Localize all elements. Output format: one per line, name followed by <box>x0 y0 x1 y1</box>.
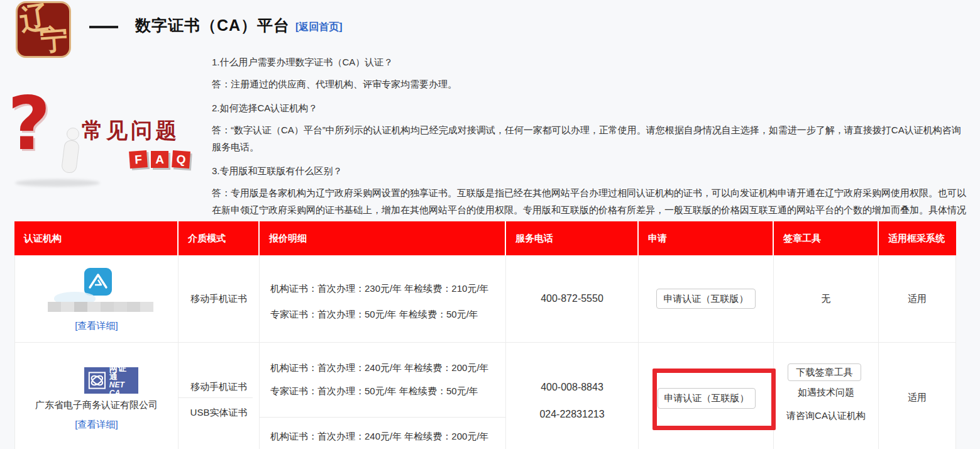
col-header-media: 介质模式 <box>179 221 260 255</box>
table-header-row: 认证机构 介质模式 报价明细 服务电话 申请 签章工具 适用框采系统 <box>14 221 956 255</box>
quote-line: 专家证书：首次办理：50元/年 年检续费：50元/年 <box>270 309 478 321</box>
tool-note: 如遇技术问题 <box>774 387 878 399</box>
col-header-quote: 报价明细 <box>260 221 506 255</box>
ca-table: 认证机构 介质模式 报价明细 服务电话 申请 签章工具 适用框采系统 [查看详细… <box>14 221 956 449</box>
faq-question-1: 1.什么用户需要办理数字证书（CA）认证？ <box>212 57 969 69</box>
quote-line: 机构证书：首次办理：240元/年 年检续费：200元/年 <box>270 431 489 443</box>
col-header-org: 认证机构 <box>14 221 179 255</box>
subrow-divider <box>260 417 505 418</box>
media-type: USB实体证书 <box>179 407 259 419</box>
view-detail-link[interactable]: [查看详细] <box>15 419 178 431</box>
org-cell-row2: 网证通 NET CA 广东省电子商务认证有限公司 [查看详细] <box>14 343 179 449</box>
phone-cell-row1: 400-872-5550 <box>506 255 639 343</box>
service-phone: 400-872-5550 <box>541 293 603 304</box>
apply-cert-button[interactable]: 申请认证（互联版） <box>658 388 756 409</box>
faq-question-2: 2.如何选择CA认证机构？ <box>212 103 969 114</box>
tool-note: 请咨询CA认证机构 <box>774 410 878 422</box>
faq-cube-letter: Q <box>172 150 190 169</box>
redacted-org-name <box>48 302 153 312</box>
back-home-link[interactable]: [返回首页] <box>295 21 343 34</box>
apply-cell-row1: 申请认证（互联版） <box>639 255 774 343</box>
frame-cell-row1: 适用 <box>879 255 956 343</box>
subrow-divider <box>179 397 253 398</box>
quote-cell-row2: 机构证书：首次办理：240元/年 年检续费：200元/年 专家证书：首次办理：5… <box>260 343 506 449</box>
logo-char: 宁 <box>39 21 69 58</box>
faq-cube-letter: A <box>151 151 168 168</box>
question-mark-icon: ? <box>8 86 50 160</box>
faq-cube-letter: F <box>129 150 148 169</box>
quote-cell-row1: 机构证书：首次办理：230元/年 年检续费：210元/年 专家证书：首次办理：5… <box>260 255 506 343</box>
title-dash <box>89 26 118 28</box>
netca-symbol-icon <box>88 370 106 391</box>
sign-tool-none: 无 <box>822 293 831 305</box>
faq-cubes: F A Q <box>129 151 190 168</box>
quote-line: 机构证书：首次办理：240元/年 年检续费：200元/年 <box>270 362 489 374</box>
apply-cert-button[interactable]: 申请认证（互联版） <box>656 289 756 309</box>
media-cell-row2: 移动手机证书 USB实体证书 <box>179 343 260 449</box>
netca-logo-en: NET CA <box>109 381 135 397</box>
media-type: 移动手机证书 <box>179 381 259 393</box>
faq-answer-2: 答：“数字认证（CA）平台”中所列示的认证机构均已经完成对接调试，任何一家都可以… <box>212 121 969 155</box>
view-detail-link[interactable]: [查看详细] <box>15 320 178 332</box>
apply-cell-row2: 申请认证（互联版） <box>639 343 774 449</box>
frame-cell-row2: 适用 <box>879 343 956 449</box>
quote-line: 机构证书：首次办理：230元/年 年检续费：210元/年 <box>270 283 489 295</box>
media-cell-row1: 移动手机证书 <box>179 255 260 343</box>
signtool-cell-row2: 下载签章工具 如遇技术问题 请咨询CA认证机构 <box>774 343 879 449</box>
liaoning-logo: 辽 宁 <box>16 1 71 58</box>
faq-text-block: 1.什么用户需要办理数字证书（CA）认证？ 答：注册通过的供应商、代理机构、评审… <box>212 57 969 235</box>
thinking-person-icon <box>61 140 80 174</box>
signtool-cell-row1: 无 <box>774 255 879 343</box>
frame-applicable: 适用 <box>879 392 955 404</box>
netca-logo-cn: 网证通 <box>109 364 135 381</box>
col-header-signtool: 签章工具 <box>774 221 879 255</box>
ca-org-logo-icon <box>84 268 112 296</box>
faq-illustration: ? 常见问题 F A Q <box>6 103 201 189</box>
faq-title: 常见问题 <box>82 116 180 145</box>
faq-question-3: 3.专用版和互联版有什么区别？ <box>212 165 969 177</box>
org-cell-row1: [查看详细] <box>14 255 179 343</box>
service-phone: 024-22831213 <box>506 409 638 420</box>
thinking-person-icon <box>67 128 79 140</box>
quote-line: 专家证书：首次办理：50元/年 年检续费：50元/年 <box>270 385 478 397</box>
page-title: 数字证书（CA）平台 <box>135 15 290 36</box>
col-header-frame: 适用框采系统 <box>879 221 956 255</box>
phone-cell-row2: 400-008-8843 024-22831213 <box>506 343 639 449</box>
service-phone: 400-008-8843 <box>506 382 638 393</box>
netca-logo-icon: 网证通 NET CA <box>84 367 138 394</box>
download-signtool-button[interactable]: 下载签章工具 <box>788 363 861 381</box>
illustration-shadow <box>15 179 100 187</box>
media-type: 移动手机证书 <box>190 293 247 305</box>
table-row: [查看详细] 移动手机证书 机构证书：首次办理：230元/年 年检续费：210元… <box>14 255 956 343</box>
col-header-phone: 服务电话 <box>506 221 639 255</box>
faq-answer-1: 答：注册通过的供应商、代理机构、评审专家均需要办理。 <box>212 75 969 92</box>
org-name: 广东省电子商务认证有限公司 <box>15 399 178 411</box>
frame-applicable: 适用 <box>908 293 927 305</box>
table-row: 网证通 NET CA 广东省电子商务认证有限公司 [查看详细] 移动手机证书 U… <box>14 343 956 449</box>
col-header-apply: 申请 <box>639 221 774 255</box>
